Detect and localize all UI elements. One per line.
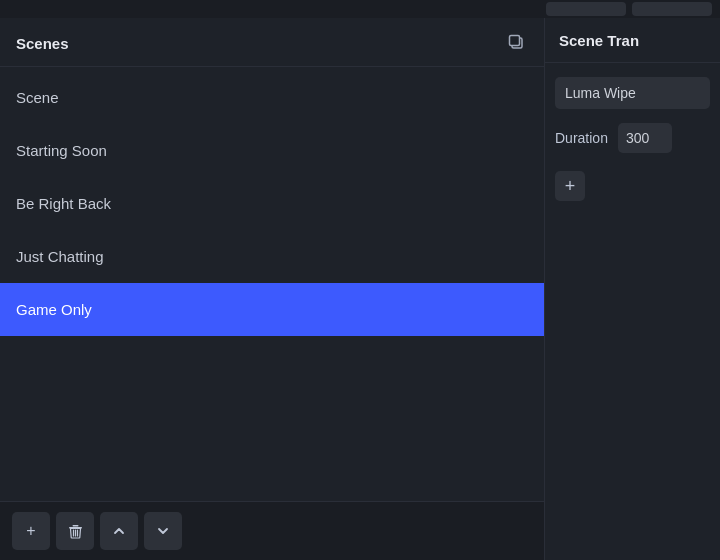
transitions-panel-title: Scene Tran: [559, 32, 639, 49]
transition-type-select[interactable]: Luma Wipe Cut Fade Swipe Slide Stinger F…: [555, 77, 710, 109]
main-content: Scenes Scene Starting Soon Be Right Back…: [0, 18, 720, 560]
chevron-down-icon: [155, 523, 171, 539]
scene-item-starting-soon[interactable]: Starting Soon: [0, 124, 544, 177]
transitions-panel: Scene Tran Luma Wipe Cut Fade Swipe Slid…: [545, 18, 720, 560]
top-bar-btn-1[interactable]: [546, 2, 626, 16]
move-scene-up-button[interactable]: [100, 512, 138, 550]
plus-icon: +: [565, 176, 576, 197]
scene-item-scene[interactable]: Scene: [0, 71, 544, 124]
move-scene-down-button[interactable]: [144, 512, 182, 550]
transitions-header: Scene Tran: [545, 18, 720, 63]
svg-rect-1: [510, 36, 520, 46]
add-icon: +: [26, 522, 35, 540]
add-scene-button[interactable]: +: [12, 512, 50, 550]
scene-item-game-only[interactable]: Game Only: [0, 283, 544, 336]
scene-item-be-right-back[interactable]: Be Right Back: [0, 177, 544, 230]
scenes-panel-header: Scenes: [0, 18, 544, 67]
svg-rect-3: [72, 525, 78, 527]
duration-input[interactable]: [618, 123, 672, 153]
add-transition-button[interactable]: +: [555, 171, 585, 201]
chevron-up-icon: [111, 523, 127, 539]
scenes-toolbar: +: [0, 501, 544, 560]
delete-scene-button[interactable]: [56, 512, 94, 550]
transitions-body: Luma Wipe Cut Fade Swipe Slide Stinger F…: [545, 63, 720, 215]
duration-label: Duration: [555, 130, 608, 146]
scenes-panel-title: Scenes: [16, 35, 69, 52]
duration-row: Duration: [555, 123, 710, 153]
top-bar-btn-2[interactable]: [632, 2, 712, 16]
trash-icon: [67, 523, 84, 540]
top-bar: [0, 0, 720, 18]
scenes-list: Scene Starting Soon Be Right Back Just C…: [0, 67, 544, 501]
duplicate-icon: [508, 34, 526, 52]
scene-item-just-chatting[interactable]: Just Chatting: [0, 230, 544, 283]
scenes-duplicate-button[interactable]: [506, 32, 528, 54]
scenes-panel: Scenes Scene Starting Soon Be Right Back…: [0, 18, 545, 560]
